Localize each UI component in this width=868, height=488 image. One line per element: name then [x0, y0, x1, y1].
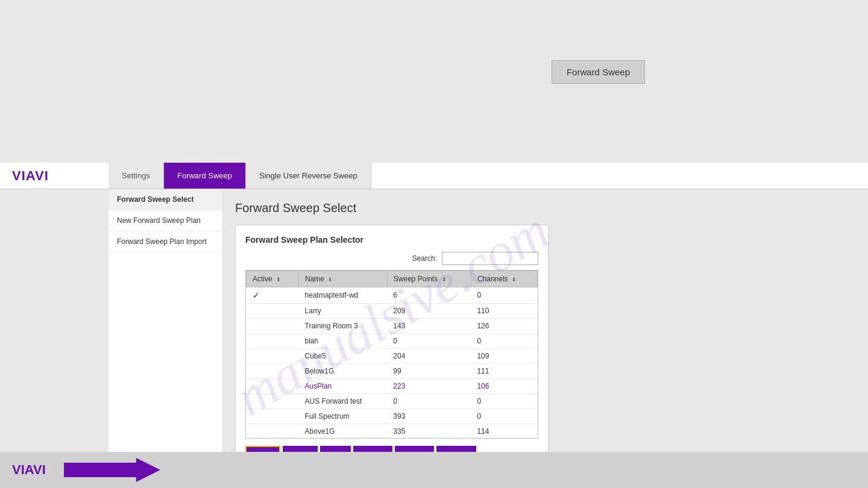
cell-name: Below1G — [299, 364, 388, 379]
sort-icon-channels: ⬍ — [512, 277, 517, 283]
cell-channels: 110 — [471, 304, 537, 319]
table-row[interactable]: AusPlan223106 — [247, 379, 538, 394]
tab-bar: Settings Forward Sweep Single User Rever… — [108, 163, 868, 189]
forward-sweep-top-button[interactable]: Forward Sweep — [552, 60, 645, 84]
viavi-logo: VIAVI — [12, 168, 49, 184]
cell-channels: 111 — [471, 364, 537, 379]
footer-bar: VIAVI — [0, 452, 868, 488]
cell-sweep-points: 143 — [387, 319, 471, 334]
table-row[interactable]: Cube5204109 — [247, 349, 538, 364]
cell-active — [247, 409, 299, 424]
logo-area: VIAVI — [0, 163, 108, 189]
col-channels[interactable]: Channels ⬍ — [471, 271, 537, 287]
cell-channels: 114 — [471, 424, 537, 439]
cell-channels: 106 — [471, 379, 537, 394]
table-row[interactable]: Larry209110 — [247, 304, 538, 319]
cell-active — [247, 334, 299, 349]
cell-channels: 126 — [471, 319, 537, 334]
sidebar-item-new-forward-sweep-plan[interactable]: New Forward Sweep Plan — [108, 210, 222, 231]
search-input[interactable] — [442, 252, 538, 265]
col-active[interactable]: Active ⬍ — [247, 271, 299, 287]
cell-name: Full Spectrum — [299, 409, 388, 424]
sidebar: Forward Sweep Select New Forward Sweep P… — [108, 189, 223, 488]
cell-name: Larry — [299, 304, 388, 319]
table-row[interactable]: Below1G99111 — [247, 364, 538, 379]
table-row[interactable]: AUS Forward test00 — [247, 394, 538, 409]
body-layout: Forward Sweep Select New Forward Sweep P… — [108, 189, 868, 488]
cell-sweep-points: 393 — [387, 409, 471, 424]
cell-name: AusPlan — [299, 379, 388, 394]
cell-active — [247, 349, 299, 364]
table-wrapper[interactable]: Active ⬍ Name ⬍ Sweep Points ⬍ — [245, 270, 538, 439]
table-row[interactable]: Above1G335114 — [247, 424, 538, 439]
table-row[interactable]: ✓heatmaptestf-wd60 — [247, 287, 538, 304]
table-row[interactable]: Full Spectrum3930 — [247, 409, 538, 424]
cell-sweep-points: 223 — [387, 379, 471, 394]
cell-channels: 0 — [471, 394, 537, 409]
sidebar-item-forward-sweep-select[interactable]: Forward Sweep Select — [108, 189, 222, 210]
sweep-table: Active ⬍ Name ⬍ Sweep Points ⬍ — [246, 271, 538, 439]
tab-single-user-reverse-sweep[interactable]: Single User Reverse Sweep — [246, 163, 371, 189]
cell-name: Training Room 3 — [299, 319, 388, 334]
sort-icon-active: ⬍ — [276, 277, 281, 283]
table-body: ✓heatmaptestf-wd60Larry209110Training Ro… — [247, 287, 538, 439]
col-name[interactable]: Name ⬍ — [299, 271, 388, 287]
cell-name: blah — [299, 334, 388, 349]
search-label: Search: — [412, 254, 437, 263]
cell-active — [247, 319, 299, 334]
tab-forward-sweep[interactable]: Forward Sweep — [164, 163, 246, 189]
cell-name: Above1G — [299, 424, 388, 439]
cell-name: heatmaptestf-wd — [299, 287, 388, 304]
sidebar-item-forward-sweep-plan-import[interactable]: Forward Sweep Plan Import — [108, 231, 222, 252]
cell-sweep-points: 209 — [387, 304, 471, 319]
cell-active — [247, 304, 299, 319]
search-row: Search: — [245, 252, 538, 265]
cell-sweep-points: 335 — [387, 424, 471, 439]
table-row[interactable]: blah00 — [247, 334, 538, 349]
table-row[interactable]: Training Room 3143126 — [247, 319, 538, 334]
cell-active — [247, 364, 299, 379]
plan-selector-panel: Forward Sweep Plan Selector Search: Acti… — [235, 225, 549, 488]
cell-active: ✓ — [247, 287, 299, 304]
cell-channels: 0 — [471, 334, 537, 349]
footer-arrow-icon — [64, 458, 160, 482]
cell-active — [247, 394, 299, 409]
page-title: Forward Sweep Select — [235, 201, 856, 215]
cell-channels: 109 — [471, 349, 537, 364]
sort-icon-sweep-points: ⬍ — [442, 277, 447, 283]
cell-channels: 0 — [471, 409, 537, 424]
cell-active — [247, 379, 299, 394]
cell-sweep-points: 0 — [387, 394, 471, 409]
sort-icon-name: ⬍ — [328, 277, 333, 283]
cell-sweep-points: 6 — [387, 287, 471, 304]
col-sweep-points[interactable]: Sweep Points ⬍ — [387, 271, 471, 287]
cell-active — [247, 424, 299, 439]
cell-name: Cube5 — [299, 349, 388, 364]
cell-sweep-points: 204 — [387, 349, 471, 364]
cell-sweep-points: 99 — [387, 364, 471, 379]
plan-selector-title: Forward Sweep Plan Selector — [245, 235, 538, 245]
tab-settings[interactable]: Settings — [108, 163, 164, 189]
content-area: Forward Sweep Select Forward Sweep Plan … — [223, 189, 868, 488]
cell-name: AUS Forward test — [299, 394, 388, 409]
cell-channels: 0 — [471, 287, 537, 304]
cell-sweep-points: 0 — [387, 334, 471, 349]
table-header-row: Active ⬍ Name ⬍ Sweep Points ⬍ — [247, 271, 538, 287]
footer-logo: VIAVI — [12, 462, 46, 478]
checkmark-icon: ✓ — [253, 290, 260, 300]
